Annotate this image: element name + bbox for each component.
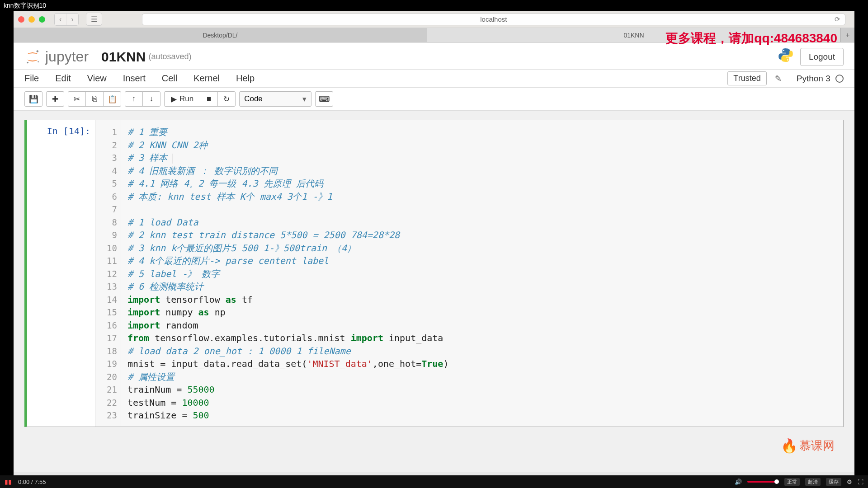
line-gutter: 1234567891011121314151617181920212223: [95, 120, 121, 427]
browser-chrome: ‹ › ☰ localhost ⟳: [14, 11, 854, 28]
code-editor[interactable]: # 1 重要# 2 KNN CNN 2种# 3 样本 # 4 旧瓶装新酒 ： 数…: [121, 120, 843, 427]
url-text: localhost: [480, 15, 507, 23]
new-tab-button[interactable]: +: [841, 28, 854, 42]
notebook-body: In [14]: 1234567891011121314151617181920…: [14, 111, 854, 472]
fullscreen-icon[interactable]: ⛶: [858, 479, 863, 485]
cell-prompt: In [14]:: [27, 120, 95, 427]
logout-button[interactable]: Logout: [800, 48, 844, 66]
flame-icon: 🔥: [781, 438, 797, 454]
trusted-button[interactable]: Trusted: [727, 71, 766, 85]
cache-badge[interactable]: 缓存: [826, 478, 841, 486]
time-total: 7:55: [34, 479, 46, 485]
jupyter-logo-text: jupyter: [45, 48, 89, 65]
copy-button[interactable]: ⎘: [85, 91, 104, 107]
menu-insert[interactable]: Insert: [123, 73, 146, 84]
svg-point-4: [787, 59, 788, 61]
kernel-status-icon: [835, 75, 844, 83]
celltype-select[interactable]: Code: [239, 91, 311, 107]
kernel-label: Python 3: [790, 74, 844, 84]
back-button[interactable]: ‹: [55, 14, 66, 25]
python-icon: [778, 47, 794, 66]
forward-button[interactable]: ›: [66, 14, 78, 25]
save-button[interactable]: 💾: [24, 91, 42, 107]
sidebar-toggle[interactable]: ☰: [86, 13, 102, 26]
maximize-icon[interactable]: [39, 16, 45, 23]
watermark: 🔥 慕课网: [781, 438, 835, 454]
autosave-label: (autosaved): [148, 52, 191, 61]
watermark-text: 慕课网: [799, 438, 835, 454]
traffic-lights: [18, 16, 45, 23]
window-title: knn数字识别10: [0, 0, 868, 11]
menu-file[interactable]: File: [24, 73, 39, 84]
close-icon[interactable]: [18, 16, 24, 23]
restart-button[interactable]: ↻: [217, 91, 236, 107]
quality-badge[interactable]: 超清: [805, 478, 821, 486]
move-up-button[interactable]: ↑: [125, 91, 143, 107]
url-bar[interactable]: localhost ⟳: [142, 14, 845, 25]
volume-icon[interactable]: 🔊: [735, 479, 742, 485]
menu-cell[interactable]: Cell: [162, 73, 177, 84]
edit-icon[interactable]: ✎: [775, 74, 782, 84]
menu-view[interactable]: View: [87, 73, 107, 84]
paste-button[interactable]: 📋: [103, 91, 121, 107]
play-icon: ▶: [171, 94, 177, 104]
svg-point-0: [37, 50, 39, 52]
toolbar: 💾 ✚ ✂ ⎘ 📋 ↑ ↓ ▶ Run ■ ↻ Code ⌨: [14, 88, 854, 111]
svg-point-2: [38, 61, 39, 62]
cut-button[interactable]: ✂: [68, 91, 86, 107]
run-label: Run: [179, 94, 193, 103]
menu-bar: File Edit View Insert Cell Kernel Help T…: [14, 70, 854, 88]
svg-point-1: [27, 61, 28, 63]
overlay-ad-text: 更多课程，请加qq:484683840: [665, 30, 837, 47]
code-cell[interactable]: In [14]: 1234567891011121314151617181920…: [24, 120, 844, 427]
minimize-icon[interactable]: [28, 16, 35, 23]
speed-badge[interactable]: 正常: [784, 478, 800, 486]
video-frame: 更多课程，请加qq:484683840 ‹ › ☰ localhost ⟳ De…: [14, 11, 854, 475]
kernel-name: Python 3: [797, 74, 830, 83]
stop-button[interactable]: ■: [200, 91, 218, 107]
tab-desktop-dl[interactable]: Desktop/DL/: [14, 28, 427, 42]
celltype-value: Code: [244, 94, 263, 103]
add-cell-button[interactable]: ✚: [46, 91, 64, 107]
video-time: 0:00 / 7:55: [18, 479, 46, 485]
command-palette-button[interactable]: ⌨: [315, 91, 333, 107]
jupyter-logo-icon: [24, 49, 41, 65]
refresh-icon[interactable]: ⟳: [835, 15, 840, 23]
move-down-button[interactable]: ↓: [142, 91, 160, 107]
pause-button[interactable]: ▮▮: [5, 478, 12, 485]
nav-buttons: ‹ ›: [54, 13, 79, 26]
video-controls: ▮▮ 0:00 / 7:55 🔊 正常 超清 缓存 ⚙ ⛶: [0, 475, 868, 488]
menu-kernel[interactable]: Kernel: [193, 73, 220, 84]
jupyter-logo[interactable]: jupyter: [24, 48, 89, 65]
time-current: 0:00: [18, 479, 29, 485]
run-button[interactable]: ▶ Run: [164, 91, 200, 107]
svg-point-3: [783, 50, 784, 51]
volume-slider[interactable]: [747, 481, 779, 483]
menu-help[interactable]: Help: [236, 73, 255, 84]
notebook-title[interactable]: 01KNN: [101, 49, 146, 65]
settings-icon[interactable]: ⚙: [847, 479, 852, 485]
menu-edit[interactable]: Edit: [55, 73, 71, 84]
